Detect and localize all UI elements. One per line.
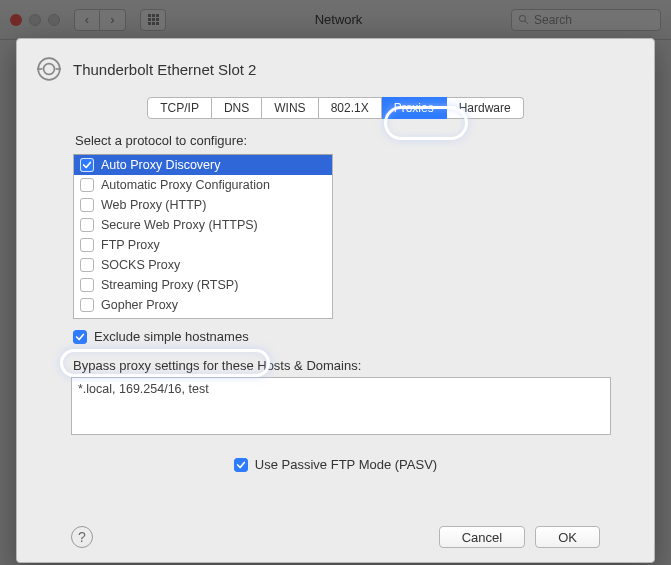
checkbox-icon xyxy=(73,330,87,344)
tab-dns[interactable]: DNS xyxy=(212,97,262,119)
checkbox-icon xyxy=(234,458,248,472)
svg-point-3 xyxy=(44,64,55,75)
checkbox-icon xyxy=(80,218,94,232)
protocol-label: Select a protocol to configure: xyxy=(75,133,600,148)
protocol-label: Automatic Proxy Configuration xyxy=(101,178,270,192)
forward-button[interactable]: › xyxy=(100,9,126,31)
protocol-list[interactable]: Auto Proxy DiscoveryAutomatic Proxy Conf… xyxy=(73,154,333,319)
bypass-hosts-field[interactable]: *.local, 169.254/16, test xyxy=(71,377,611,435)
checkbox-icon xyxy=(80,278,94,292)
tab-proxies[interactable]: Proxies xyxy=(382,97,447,119)
titlebar: ‹ › Network Search xyxy=(0,0,671,40)
protocol-label: FTP Proxy xyxy=(101,238,160,252)
protocol-row[interactable]: Secure Web Proxy (HTTPS) xyxy=(74,215,332,235)
passive-ftp-checkbox[interactable]: Use Passive FTP Mode (PASV) xyxy=(71,457,600,472)
protocol-row[interactable]: Gopher Proxy xyxy=(74,295,332,315)
protocol-label: Streaming Proxy (RTSP) xyxy=(101,278,238,292)
close-window-button[interactable] xyxy=(10,14,22,26)
tab-802-1x[interactable]: 802.1X xyxy=(319,97,382,119)
search-icon xyxy=(518,14,529,25)
bypass-label: Bypass proxy settings for these Hosts & … xyxy=(73,358,598,373)
sheet-footer: ? Cancel OK xyxy=(71,526,600,548)
bypass-hosts-value: *.local, 169.254/16, test xyxy=(78,382,209,396)
tab-hardware[interactable]: Hardware xyxy=(447,97,524,119)
tab-wins[interactable]: WINS xyxy=(262,97,318,119)
search-placeholder: Search xyxy=(534,13,572,27)
search-field[interactable]: Search xyxy=(511,9,661,31)
help-button[interactable]: ? xyxy=(71,526,93,548)
protocol-row[interactable]: Web Proxy (HTTP) xyxy=(74,195,332,215)
protocol-row[interactable]: Streaming Proxy (RTSP) xyxy=(74,275,332,295)
checkbox-icon xyxy=(80,258,94,272)
exclude-simple-label: Exclude simple hostnames xyxy=(94,329,249,344)
sheet-title: Thunderbolt Ethernet Slot 2 xyxy=(73,61,256,78)
svg-line-1 xyxy=(525,21,528,24)
thunderbolt-icon xyxy=(35,55,63,83)
checkbox-icon xyxy=(80,158,94,172)
protocol-label: SOCKS Proxy xyxy=(101,258,180,272)
checkbox-icon xyxy=(80,178,94,192)
checkbox-icon xyxy=(80,238,94,252)
tab-tcp-ip[interactable]: TCP/IP xyxy=(147,97,212,119)
sheet-header: Thunderbolt Ethernet Slot 2 xyxy=(35,55,636,83)
svg-point-0 xyxy=(519,15,525,21)
nav-back-forward: ‹ › xyxy=(74,9,126,31)
protocol-row[interactable]: SOCKS Proxy xyxy=(74,255,332,275)
protocol-label: Gopher Proxy xyxy=(101,298,178,312)
advanced-sheet: Thunderbolt Ethernet Slot 2 TCP/IPDNSWIN… xyxy=(16,38,655,563)
protocol-row[interactable]: Automatic Proxy Configuration xyxy=(74,175,332,195)
checkbox-icon xyxy=(80,198,94,212)
show-all-button[interactable] xyxy=(140,9,166,31)
protocol-label: Web Proxy (HTTP) xyxy=(101,198,206,212)
window-title: Network xyxy=(174,12,503,27)
proxies-panel: Select a protocol to configure: Auto Pro… xyxy=(35,133,636,548)
cancel-button[interactable]: Cancel xyxy=(439,526,525,548)
zoom-window-button[interactable] xyxy=(48,14,60,26)
back-button[interactable]: ‹ xyxy=(74,9,100,31)
ok-button[interactable]: OK xyxy=(535,526,600,548)
passive-ftp-label: Use Passive FTP Mode (PASV) xyxy=(255,457,437,472)
exclude-simple-hostnames-checkbox[interactable]: Exclude simple hostnames xyxy=(73,329,598,344)
protocol-label: Secure Web Proxy (HTTPS) xyxy=(101,218,258,232)
protocol-label: Auto Proxy Discovery xyxy=(101,158,220,172)
help-glyph: ? xyxy=(78,529,86,545)
grid-icon xyxy=(148,14,159,25)
minimize-window-button[interactable] xyxy=(29,14,41,26)
protocol-row[interactable]: Auto Proxy Discovery xyxy=(74,155,332,175)
tab-bar: TCP/IPDNSWINS802.1XProxiesHardware xyxy=(147,97,523,119)
window-controls xyxy=(10,14,60,26)
checkbox-icon xyxy=(80,298,94,312)
protocol-row[interactable]: FTP Proxy xyxy=(74,235,332,255)
